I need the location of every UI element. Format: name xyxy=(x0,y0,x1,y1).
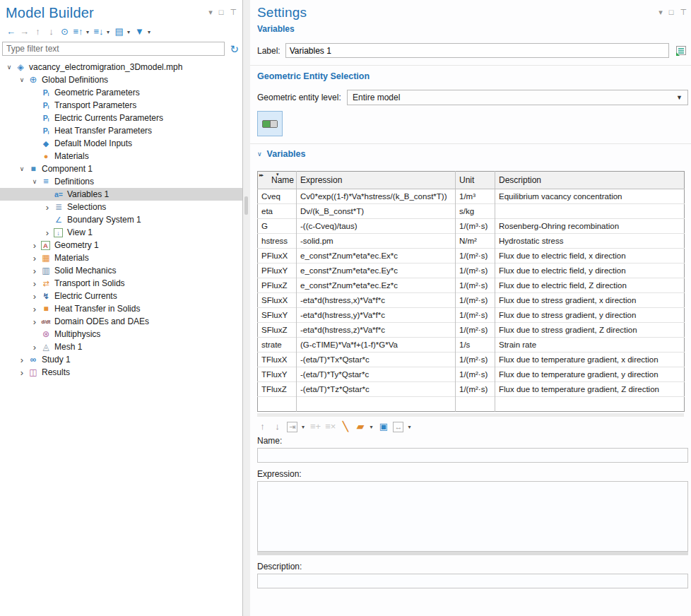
cell-expression[interactable]: -(eta/T)*Tz*Qstar*c xyxy=(297,382,456,397)
cell-description[interactable]: Flux due to electric field, y direction xyxy=(495,263,685,278)
collapse-all-icon[interactable]: ≡↓ xyxy=(93,26,104,37)
cell-name[interactable]: G xyxy=(258,219,297,234)
back-icon[interactable]: ← xyxy=(6,26,16,37)
tree-item-electric-currents[interactable]: ›Electric Currents xyxy=(0,290,242,302)
cell-expression[interactable]: e_const*Znum*eta*ec.Ey*c xyxy=(297,263,456,278)
tree-item-geometry-1[interactable]: ›Geometry 1 xyxy=(0,239,242,251)
cell-expression[interactable]: e_const*Znum*eta*ec.Ez*c xyxy=(297,278,456,293)
tree-item-geometric-parameters[interactable]: Geometric Parameters xyxy=(0,86,242,99)
expand-icon[interactable]: › xyxy=(30,292,40,301)
cell-name[interactable]: eta xyxy=(258,204,297,219)
cell-unit[interactable]: 1/(m²·s) xyxy=(456,308,495,323)
expand-icon[interactable]: › xyxy=(30,304,40,314)
cell-name[interactable]: strate xyxy=(258,338,297,353)
expand-icon[interactable]: › xyxy=(30,254,40,263)
expand-icon[interactable]: › xyxy=(30,279,40,288)
cell-description[interactable]: Equilibrium vacancy concentration xyxy=(495,189,685,204)
tree-item-selections[interactable]: ›Selections xyxy=(0,201,242,213)
expand-all-icon-dropdown[interactable]: ▾ xyxy=(86,29,89,35)
cell-name[interactable]: SFluxX xyxy=(258,293,297,308)
cell-unit[interactable]: 1/(m²·s) xyxy=(456,367,495,382)
tree-item-component-1[interactable]: ∨Component 1 xyxy=(0,162,242,175)
delete-row-icon[interactable]: ≡× xyxy=(325,421,336,432)
column-width-icon[interactable]: ↔ xyxy=(393,422,403,432)
cell-name[interactable]: PFluxY xyxy=(258,263,297,278)
move-to-icon[interactable]: ⇥ xyxy=(287,422,297,432)
column-header-expression[interactable]: Expression xyxy=(297,172,456,189)
cell-name[interactable]: SFluxZ xyxy=(258,323,297,338)
cell-unit[interactable]: 1/(m²·s) xyxy=(456,249,495,263)
cell-description[interactable]: Hydrostatic stress xyxy=(495,234,685,249)
column-header-unit[interactable]: Unit xyxy=(456,172,495,189)
active-toggle-button[interactable] xyxy=(257,111,283,136)
section-variables-header[interactable]: ∨ Variables xyxy=(257,149,688,159)
cell-description[interactable]: Flux due to temperature gradient, y dire… xyxy=(495,367,685,382)
panel-menu-icon[interactable]: ▾ xyxy=(658,8,663,17)
description-input[interactable] xyxy=(257,574,688,588)
cell-description[interactable]: Flux due to electric field, Z direction xyxy=(495,278,685,293)
forward-icon[interactable]: → xyxy=(19,26,30,37)
column-header-description[interactable]: Description xyxy=(495,172,685,189)
column-header-name[interactable]: ▸▸▾Name xyxy=(258,172,297,189)
cell-unit[interactable]: 1/m³ xyxy=(456,189,495,204)
cell-expression[interactable]: Dv/(k_B_const*T) xyxy=(297,204,456,219)
cell-unit[interactable]: 1/(m²·s) xyxy=(456,323,495,338)
tree-item-multiphysics[interactable]: Multiphysics xyxy=(0,328,242,340)
move-down-icon[interactable]: ↓ xyxy=(272,421,283,432)
tree-item-results[interactable]: ›Results xyxy=(0,366,242,379)
cell-expression[interactable] xyxy=(297,397,456,412)
tree-item-heat-transfer-parameters[interactable]: Heat Transfer Parameters xyxy=(0,124,242,137)
filter-icon[interactable]: ▼ xyxy=(134,26,145,37)
add-row-icon[interactable]: ≡+ xyxy=(310,421,321,432)
cell-name[interactable]: TFluxY xyxy=(258,367,297,382)
tree-item-view-1[interactable]: ›View 1 xyxy=(0,226,242,239)
tree-item-study-1[interactable]: ›Study 1 xyxy=(0,353,242,366)
cell-expression[interactable]: (G-cTIME)*Va*f+(1-f)*G*Va xyxy=(297,338,456,353)
tree-item-transport-in-solids[interactable]: ›Transport in Solids xyxy=(0,277,242,290)
expand-icon[interactable]: › xyxy=(42,203,52,212)
cell-name[interactable] xyxy=(258,397,297,412)
cell-name[interactable]: PFluxX xyxy=(258,249,297,263)
collapse-icon[interactable]: ∨ xyxy=(4,64,14,71)
move-up-icon[interactable]: ↑ xyxy=(33,26,43,37)
splitter-handle[interactable] xyxy=(244,196,248,215)
column-width-icon-dropdown[interactable]: ▾ xyxy=(408,424,411,430)
collapse-icon[interactable]: ∨ xyxy=(17,165,27,172)
show-icon[interactable]: ⊙ xyxy=(59,26,70,37)
cell-expression[interactable]: -((c-Cveq)/taus) xyxy=(297,219,456,234)
pin-panel-icon[interactable]: ⊤ xyxy=(230,8,237,17)
tree-item-vacancy-electromigration-3dmodel-mph[interactable]: ∨vacancy_electromigration_3Dmodel.mph xyxy=(0,61,242,73)
cell-description[interactable] xyxy=(495,397,685,412)
cell-description[interactable]: Flux due to temperature gradient, x dire… xyxy=(495,353,685,367)
cell-unit[interactable]: s/kg xyxy=(456,204,495,219)
refresh-icon[interactable]: ↻ xyxy=(230,44,239,54)
float-panel-icon[interactable]: □ xyxy=(219,8,224,17)
tree-item-definitions[interactable]: ∨Definitions xyxy=(0,175,242,188)
cell-unit[interactable]: 1/s xyxy=(456,338,495,353)
tree-item-variables-1[interactable]: Variables 1 xyxy=(0,188,242,201)
collapse-section-icon[interactable]: ∨ xyxy=(257,150,262,158)
cell-expression[interactable]: -eta*d(hstress,z)*Va*f*c xyxy=(297,323,456,338)
node-text-icon-dropdown[interactable]: ▾ xyxy=(127,29,130,35)
cell-unit[interactable]: 1/(m³·s) xyxy=(456,219,495,234)
cell-name[interactable]: SFluxY xyxy=(258,308,297,323)
load-from-file-icon[interactable]: ▰ xyxy=(355,421,365,432)
cell-name[interactable]: hstress xyxy=(258,234,297,249)
expand-icon[interactable]: › xyxy=(17,368,27,377)
label-input[interactable] xyxy=(285,43,669,58)
tree-item-mesh-1[interactable]: ›Mesh 1 xyxy=(0,340,242,353)
cell-name[interactable]: Cveq xyxy=(258,189,297,204)
expand-icon[interactable]: › xyxy=(30,343,40,352)
panel-splitter[interactable] xyxy=(243,0,250,616)
clear-table-icon[interactable]: ╲ xyxy=(340,421,350,432)
tree-item-transport-parameters[interactable]: Transport Parameters xyxy=(0,99,242,112)
pin-panel-icon[interactable]: ⊤ xyxy=(680,8,687,17)
tree-item-solid-mechanics[interactable]: ›Solid Mechanics xyxy=(0,264,242,277)
cell-expression[interactable]: Cv0*exp((1-f)*Va*hstress/(k_B_const*T)) xyxy=(297,189,456,204)
tree-item-heat-transfer-in-solids[interactable]: ›Heat Transfer in Solids xyxy=(0,302,242,315)
cell-description[interactable]: Flux due to stress gradient, y direction xyxy=(495,308,685,323)
tree-item-electric-currents-parameters[interactable]: Electric Currents Parameters xyxy=(0,112,242,124)
cell-expression[interactable]: -(eta/T)*Tx*Qstar*c xyxy=(297,353,456,367)
expression-input[interactable] xyxy=(257,481,688,552)
expand-all-icon[interactable]: ≡↑ xyxy=(73,26,83,37)
